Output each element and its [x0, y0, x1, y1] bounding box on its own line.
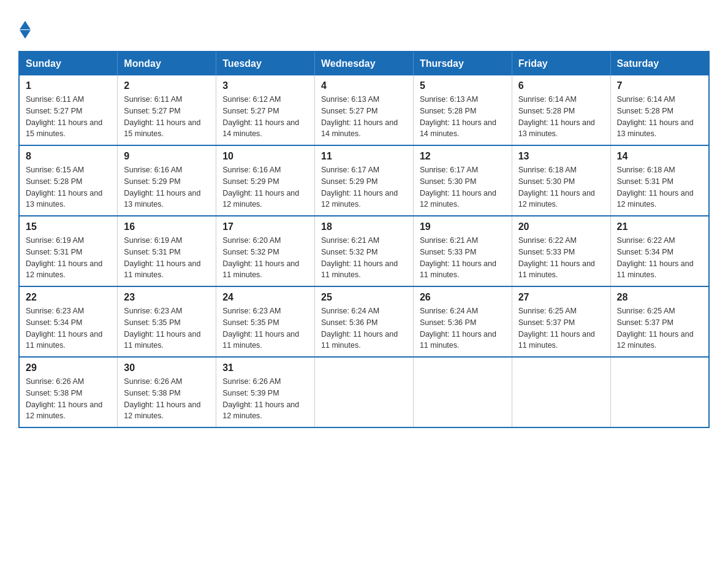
calendar-cell: 17 Sunrise: 6:20 AMSunset: 5:32 PMDaylig… — [216, 216, 315, 286]
calendar-cell: 19 Sunrise: 6:21 AMSunset: 5:33 PMDaylig… — [413, 216, 512, 286]
calendar-cell: 15 Sunrise: 6:19 AMSunset: 5:31 PMDaylig… — [19, 216, 118, 286]
day-number: 27 — [518, 292, 604, 303]
calendar-week-row: 22 Sunrise: 6:23 AMSunset: 5:34 PMDaylig… — [19, 286, 709, 357]
day-number: 26 — [420, 292, 506, 303]
calendar-cell: 6 Sunrise: 6:14 AMSunset: 5:28 PMDayligh… — [512, 75, 610, 145]
day-info: Sunrise: 6:18 AMSunset: 5:30 PMDaylight:… — [518, 164, 604, 210]
day-info: Sunrise: 6:26 AMSunset: 5:38 PMDaylight:… — [124, 376, 210, 422]
day-number: 16 — [124, 221, 210, 232]
day-info: Sunrise: 6:12 AMSunset: 5:27 PMDaylight:… — [222, 94, 308, 140]
calendar-cell: 13 Sunrise: 6:18 AMSunset: 5:30 PMDaylig… — [512, 145, 610, 216]
day-info: Sunrise: 6:26 AMSunset: 5:38 PMDaylight:… — [26, 376, 111, 422]
calendar-week-row: 8 Sunrise: 6:15 AMSunset: 5:28 PMDayligh… — [19, 145, 709, 216]
calendar-week-row: 29 Sunrise: 6:26 AMSunset: 5:38 PMDaylig… — [19, 357, 709, 427]
day-number: 23 — [124, 292, 210, 303]
day-info: Sunrise: 6:23 AMSunset: 5:35 PMDaylight:… — [124, 305, 210, 351]
calendar-week-row: 15 Sunrise: 6:19 AMSunset: 5:31 PMDaylig… — [19, 216, 709, 286]
day-number: 31 — [222, 362, 308, 373]
calendar-cell: 23 Sunrise: 6:23 AMSunset: 5:35 PMDaylig… — [118, 286, 216, 357]
calendar-cell: 5 Sunrise: 6:13 AMSunset: 5:28 PMDayligh… — [413, 75, 512, 145]
day-number: 3 — [222, 80, 308, 91]
day-info: Sunrise: 6:16 AMSunset: 5:29 PMDaylight:… — [222, 164, 308, 210]
day-number: 28 — [617, 292, 702, 303]
day-number: 6 — [518, 80, 604, 91]
page-header — [18, 18, 710, 39]
calendar-cell: 22 Sunrise: 6:23 AMSunset: 5:34 PMDaylig… — [19, 286, 118, 357]
day-info: Sunrise: 6:15 AMSunset: 5:28 PMDaylight:… — [26, 164, 111, 210]
calendar-cell: 16 Sunrise: 6:19 AMSunset: 5:31 PMDaylig… — [118, 216, 216, 286]
column-header-saturday: Saturday — [610, 52, 709, 75]
calendar-cell: 11 Sunrise: 6:17 AMSunset: 5:29 PMDaylig… — [315, 145, 414, 216]
day-info: Sunrise: 6:24 AMSunset: 5:36 PMDaylight:… — [420, 305, 506, 351]
calendar-cell: 8 Sunrise: 6:15 AMSunset: 5:28 PMDayligh… — [19, 145, 118, 216]
day-number: 12 — [420, 151, 506, 162]
day-number: 1 — [26, 80, 111, 91]
calendar-cell: 31 Sunrise: 6:26 AMSunset: 5:39 PMDaylig… — [216, 357, 315, 427]
calendar-cell: 12 Sunrise: 6:17 AMSunset: 5:30 PMDaylig… — [413, 145, 512, 216]
calendar-cell: 26 Sunrise: 6:24 AMSunset: 5:36 PMDaylig… — [413, 286, 512, 357]
day-info: Sunrise: 6:22 AMSunset: 5:33 PMDaylight:… — [518, 235, 604, 281]
day-info: Sunrise: 6:26 AMSunset: 5:39 PMDaylight:… — [222, 376, 308, 422]
day-info: Sunrise: 6:14 AMSunset: 5:28 PMDaylight:… — [617, 94, 702, 140]
calendar-cell: 10 Sunrise: 6:16 AMSunset: 5:29 PMDaylig… — [216, 145, 315, 216]
calendar-cell: 18 Sunrise: 6:21 AMSunset: 5:32 PMDaylig… — [315, 216, 414, 286]
calendar-table: SundayMondayTuesdayWednesdayThursdayFrid… — [18, 51, 710, 428]
day-number: 20 — [518, 221, 604, 232]
calendar-cell: 1 Sunrise: 6:11 AMSunset: 5:27 PMDayligh… — [19, 75, 118, 145]
day-number: 13 — [518, 151, 604, 162]
day-info: Sunrise: 6:13 AMSunset: 5:27 PMDaylight:… — [321, 94, 407, 140]
day-number: 8 — [26, 151, 111, 162]
calendar-cell — [413, 357, 512, 427]
column-header-wednesday: Wednesday — [315, 52, 414, 75]
column-header-monday: Monday — [118, 52, 216, 75]
day-number: 14 — [617, 151, 702, 162]
day-number: 29 — [26, 362, 111, 373]
day-number: 25 — [321, 292, 407, 303]
day-number: 17 — [222, 221, 308, 232]
calendar-cell — [610, 357, 709, 427]
day-info: Sunrise: 6:25 AMSunset: 5:37 PMDaylight:… — [617, 305, 702, 351]
column-header-sunday: Sunday — [19, 52, 118, 75]
calendar-cell — [512, 357, 610, 427]
calendar-cell: 14 Sunrise: 6:18 AMSunset: 5:31 PMDaylig… — [610, 145, 709, 216]
calendar-cell: 7 Sunrise: 6:14 AMSunset: 5:28 PMDayligh… — [610, 75, 709, 145]
day-number: 15 — [26, 221, 111, 232]
day-number: 5 — [420, 80, 506, 91]
column-header-friday: Friday — [512, 52, 610, 75]
calendar-cell: 27 Sunrise: 6:25 AMSunset: 5:37 PMDaylig… — [512, 286, 610, 357]
calendar-cell: 9 Sunrise: 6:16 AMSunset: 5:29 PMDayligh… — [118, 145, 216, 216]
calendar-cell: 30 Sunrise: 6:26 AMSunset: 5:38 PMDaylig… — [118, 357, 216, 427]
day-number: 24 — [222, 292, 308, 303]
day-number: 22 — [26, 292, 111, 303]
day-number: 10 — [222, 151, 308, 162]
day-info: Sunrise: 6:24 AMSunset: 5:36 PMDaylight:… — [321, 305, 407, 351]
calendar-cell: 28 Sunrise: 6:25 AMSunset: 5:37 PMDaylig… — [610, 286, 709, 357]
calendar-cell: 4 Sunrise: 6:13 AMSunset: 5:27 PMDayligh… — [315, 75, 414, 145]
calendar-cell: 3 Sunrise: 6:12 AMSunset: 5:27 PMDayligh… — [216, 75, 315, 145]
day-info: Sunrise: 6:21 AMSunset: 5:33 PMDaylight:… — [420, 235, 506, 281]
column-header-tuesday: Tuesday — [216, 52, 315, 75]
day-number: 19 — [420, 221, 506, 232]
day-info: Sunrise: 6:11 AMSunset: 5:27 PMDaylight:… — [124, 94, 210, 140]
day-info: Sunrise: 6:14 AMSunset: 5:28 PMDaylight:… — [518, 94, 604, 140]
calendar-cell: 25 Sunrise: 6:24 AMSunset: 5:36 PMDaylig… — [315, 286, 414, 357]
day-info: Sunrise: 6:25 AMSunset: 5:37 PMDaylight:… — [518, 305, 604, 351]
calendar-cell: 20 Sunrise: 6:22 AMSunset: 5:33 PMDaylig… — [512, 216, 610, 286]
day-info: Sunrise: 6:19 AMSunset: 5:31 PMDaylight:… — [124, 235, 210, 281]
calendar-cell: 29 Sunrise: 6:26 AMSunset: 5:38 PMDaylig… — [19, 357, 118, 427]
calendar-cell: 24 Sunrise: 6:23 AMSunset: 5:35 PMDaylig… — [216, 286, 315, 357]
day-info: Sunrise: 6:13 AMSunset: 5:28 PMDaylight:… — [420, 94, 506, 140]
day-info: Sunrise: 6:23 AMSunset: 5:35 PMDaylight:… — [222, 305, 308, 351]
day-info: Sunrise: 6:20 AMSunset: 5:32 PMDaylight:… — [222, 235, 308, 281]
day-info: Sunrise: 6:21 AMSunset: 5:32 PMDaylight:… — [321, 235, 407, 281]
day-number: 2 — [124, 80, 210, 91]
logo — [18, 18, 31, 39]
column-header-thursday: Thursday — [413, 52, 512, 75]
calendar-week-row: 1 Sunrise: 6:11 AMSunset: 5:27 PMDayligh… — [19, 75, 709, 145]
day-info: Sunrise: 6:23 AMSunset: 5:34 PMDaylight:… — [26, 305, 111, 351]
day-info: Sunrise: 6:16 AMSunset: 5:29 PMDaylight:… — [124, 164, 210, 210]
day-info: Sunrise: 6:11 AMSunset: 5:27 PMDaylight:… — [26, 94, 111, 140]
day-number: 21 — [617, 221, 702, 232]
day-number: 4 — [321, 80, 407, 91]
calendar-cell — [315, 357, 414, 427]
